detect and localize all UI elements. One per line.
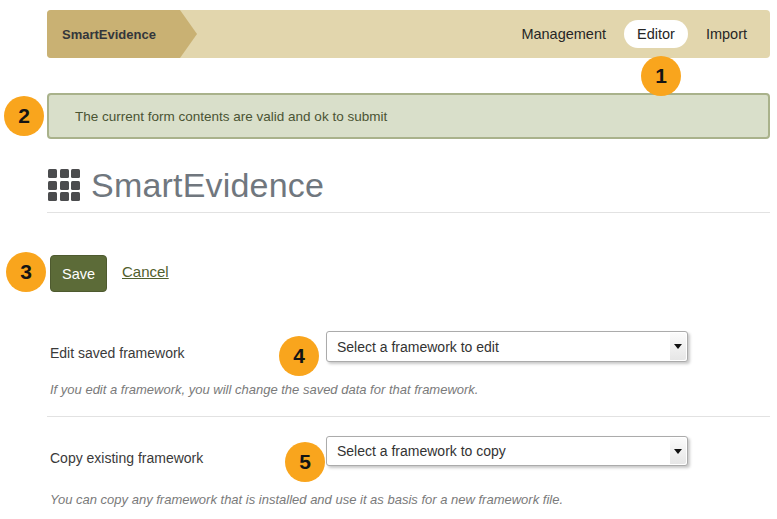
edit-framework-select[interactable]: Select a framework to edit [326,331,688,362]
callout-badge-2: 2 [4,96,44,136]
nav-links: Management Editor Import [521,10,747,58]
copy-framework-label: Copy existing framework [50,450,203,466]
save-button[interactable]: Save [50,255,107,292]
page-title: SmartEvidence [91,166,324,205]
chevron-down-icon [670,333,686,360]
nav-tab-import[interactable]: Import [706,26,747,42]
breadcrumb-arrow-tip [180,10,197,58]
chevron-down-icon [670,438,686,464]
copy-framework-select[interactable]: Select a framework to copy [326,436,688,466]
grid-icon [48,169,80,201]
cancel-link[interactable]: Cancel [122,263,169,280]
nav-tab-editor[interactable]: Editor [624,20,688,48]
copy-framework-help: You can copy any framework that is insta… [50,492,563,507]
copy-framework-select-value: Select a framework to copy [337,437,663,465]
edit-framework-label: Edit saved framework [50,345,185,361]
form-valid-alert: The current form contents are valid and … [47,93,770,139]
heading-divider [47,212,770,213]
callout-badge-3: 3 [6,252,46,292]
top-navigation-bar: SmartEvidence Management Editor Import [47,10,770,58]
callout-badge-4: 4 [279,336,319,376]
smartevidence-editor-page: SmartEvidence Management Editor Import 1… [0,0,777,519]
breadcrumb-label: SmartEvidence [62,27,156,42]
breadcrumb-smartevidence[interactable]: SmartEvidence [47,10,180,58]
callout-badge-1: 1 [641,56,681,96]
alert-message: The current form contents are valid and … [75,109,387,124]
page-heading: SmartEvidence [48,162,324,208]
edit-framework-select-value: Select a framework to edit [337,332,663,361]
callout-badge-5: 5 [285,442,325,482]
nav-tab-management[interactable]: Management [521,26,606,42]
edit-framework-help: If you edit a framework, you will change… [50,382,479,397]
section-divider [47,416,770,417]
